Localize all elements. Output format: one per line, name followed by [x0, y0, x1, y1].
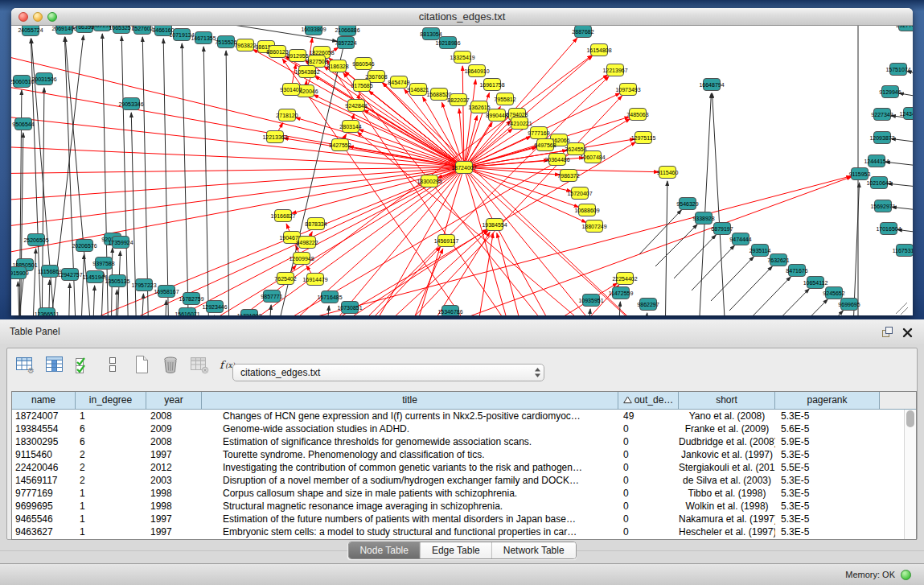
- network-canvas[interactable]: 2405572420691406176635162089191010653257…: [11, 26, 913, 315]
- vertical-scrollbar[interactable]: [904, 410, 916, 539]
- column-header-title[interactable]: title: [202, 392, 618, 410]
- graph-edge[interactable]: [165, 300, 166, 315]
- graph-node[interactable]: 20206576: [72, 240, 97, 252]
- graph-node[interactable]: 9857771: [261, 290, 282, 303]
- graph-node[interactable]: 21066886: [335, 26, 359, 36]
- graph-node[interactable]: 6497568: [534, 139, 556, 151]
- graph-node[interactable]: 10654112: [803, 277, 828, 289]
- graph-node[interactable]: 3624554: [565, 143, 586, 155]
- column-header-short[interactable]: short: [679, 392, 775, 410]
- graph-node[interactable]: 9245652: [823, 287, 844, 299]
- graph-edge[interactable]: [68, 283, 70, 315]
- graph-node[interactable]: 10653257: [109, 26, 133, 34]
- tab-network-table[interactable]: Network Table: [491, 542, 576, 558]
- graph-node[interactable]: 7963822: [234, 39, 256, 51]
- graph-edge[interactable]: [639, 210, 681, 254]
- table-row[interactable]: 969969511998Structural magnetic resonanc…: [12, 500, 916, 513]
- graph-node[interactable]: 9699695: [838, 299, 860, 311]
- table-row[interactable]: 2242004622012Investigating the contribut…: [12, 461, 916, 474]
- table-settings-button[interactable]: ⚙: [15, 356, 36, 376]
- close-panel-icon[interactable]: [902, 327, 913, 341]
- graph-node[interactable]: 15346786: [437, 306, 462, 316]
- graph-node[interactable]: 8990448: [486, 109, 507, 122]
- column-header-year[interactable]: year: [146, 392, 202, 410]
- graph-node[interactable]: 9115460: [657, 167, 679, 179]
- graph-node[interactable]: 9474444: [729, 233, 751, 245]
- graph-edge[interactable]: [803, 311, 843, 315]
- graph-node[interactable]: 14569117: [434, 235, 459, 247]
- column-header-out-de-[interactable]: out_de…: [618, 392, 679, 410]
- table-row[interactable]: 911546021997Tourette syndrome. Phenomeno…: [12, 448, 916, 461]
- graph-node[interactable]: 7986372: [557, 170, 579, 182]
- column-header-pagerank[interactable]: pagerank: [775, 392, 880, 410]
- table-mode-button[interactable]: [102, 356, 123, 376]
- graph-edge[interactable]: [121, 36, 129, 315]
- graph-svg[interactable]: 2405572420691406176635162089191010653257…: [11, 26, 913, 315]
- graph-node[interactable]: 8471676: [786, 265, 807, 277]
- graph-node[interactable]: 24055724: [18, 26, 43, 36]
- graph-node[interactable]: 9227343: [871, 109, 893, 121]
- graph-edge[interactable]: [141, 294, 143, 315]
- graph-node[interactable]: 12093872: [869, 132, 894, 144]
- graph-edge[interactable]: [163, 39, 169, 315]
- graph-node[interactable]: 13505135: [105, 275, 129, 287]
- table-selector-dropdown[interactable]: citations_edges.txt: [232, 364, 544, 381]
- graph-edge[interactable]: [464, 80, 476, 167]
- graph-node[interactable]: 7857224: [335, 37, 356, 49]
- graph-edge[interactable]: [497, 233, 527, 315]
- graph-edge[interactable]: [643, 313, 647, 315]
- graph-edge[interactable]: [464, 167, 515, 315]
- graph-edge[interactable]: [92, 286, 95, 315]
- graph-node[interactable]: 10688609: [574, 204, 599, 216]
- graph-node[interactable]: 9397588: [92, 257, 114, 270]
- graph-node[interactable]: 17016504: [876, 223, 901, 235]
- graph-node[interactable]: 16648794: [699, 79, 724, 91]
- graph-node[interactable]: 1527602: [131, 26, 153, 35]
- scrollbar-thumb[interactable]: [906, 410, 914, 427]
- show-columns-button[interactable]: [44, 356, 65, 376]
- table-row[interactable]: 1872400712008Changes of HCN gene express…: [12, 410, 916, 422]
- tab-edge-table[interactable]: Edge Table: [420, 542, 491, 558]
- graph-edge[interactable]: [587, 309, 590, 315]
- graph-node[interactable]: 9777169: [528, 127, 549, 139]
- column-header-in-degree[interactable]: in_degree: [76, 392, 146, 410]
- graph-node[interactable]: 9175685: [351, 80, 372, 92]
- graph-node[interactable]: 12366511: [35, 308, 60, 316]
- graph-edge[interactable]: [142, 37, 149, 315]
- memory-status-indicator[interactable]: [901, 570, 911, 580]
- graph-node[interactable]: 8878334: [305, 218, 326, 230]
- graph-node[interactable]: 10210643: [866, 177, 891, 189]
- graph-node[interactable]: 11731800: [237, 310, 262, 316]
- graph-edge[interactable]: [80, 254, 84, 315]
- graph-edge[interactable]: [885, 162, 913, 167]
- tab-node-table[interactable]: Node Table: [348, 542, 420, 558]
- graph-node[interactable]: 25206505: [23, 234, 48, 246]
- graph-node[interactable]: 2718120: [276, 109, 298, 122]
- graph-edge[interactable]: [729, 266, 772, 311]
- graph-edge[interactable]: [203, 47, 209, 315]
- graph-node[interactable]: 6879197: [711, 223, 733, 235]
- graph-node[interactable]: 8427552: [329, 139, 351, 151]
- graph-edge[interactable]: [907, 71, 913, 77]
- graph-node[interactable]: 2887682: [572, 26, 593, 38]
- graph-node[interactable]: 16961758: [479, 79, 504, 91]
- graph-node[interactable]: 8498222: [296, 237, 318, 249]
- graph-node[interactable]: 18640910: [464, 65, 489, 77]
- column-header-name[interactable]: name: [12, 392, 76, 410]
- graph-edge[interactable]: [268, 305, 271, 315]
- graph-node[interactable]: 3915909: [11, 267, 29, 279]
- graph-node[interactable]: 9129946: [879, 86, 901, 98]
- table-row[interactable]: 1938455462009Genome-wide association stu…: [12, 422, 916, 435]
- graph-node[interactable]: 8822037: [447, 94, 469, 106]
- graph-edge[interactable]: [888, 183, 913, 188]
- network-window-titlebar[interactable]: citations_edges.txt: [11, 8, 913, 26]
- graph-edge[interactable]: [766, 289, 809, 315]
- resize-grip-icon[interactable]: [896, 303, 907, 314]
- graph-edge[interactable]: [115, 290, 117, 315]
- graph-node[interactable]: 2935114: [749, 245, 771, 257]
- graph-node[interactable]: 11451944: [83, 271, 108, 283]
- graph-node[interactable]: 12444154: [864, 155, 889, 167]
- graph-node[interactable]: 9301407: [280, 84, 302, 96]
- graph-node[interactable]: 12975115: [631, 132, 656, 144]
- graph-edge[interactable]: [182, 43, 189, 315]
